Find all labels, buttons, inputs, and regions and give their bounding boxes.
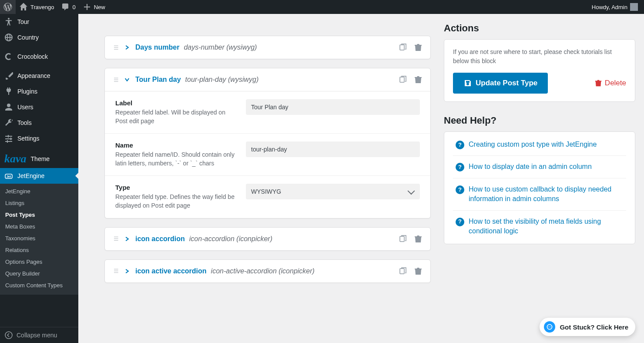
help-link[interactable]: ?How to use custom callback to display n… <box>453 178 626 211</box>
copy-icon[interactable] <box>398 267 407 276</box>
new-label: New <box>94 4 105 10</box>
sidebar-item-appearance[interactable]: Appearance <box>0 68 78 84</box>
field-title: icon accordion <box>135 235 185 243</box>
row-label: Type <box>115 184 237 191</box>
user-icon <box>4 103 13 111</box>
svg-point-10 <box>550 326 550 327</box>
help-section: Need Help? ?Creating custom post type wi… <box>444 115 635 244</box>
wp-logo-link[interactable] <box>0 0 16 14</box>
home-icon <box>19 3 28 11</box>
field-header[interactable]: ☰ Tour Plan day tour-plan-day (wysiwyg) <box>105 68 430 91</box>
trash-icon[interactable] <box>414 43 423 52</box>
trash-icon[interactable] <box>414 235 423 243</box>
svg-point-0 <box>8 18 10 20</box>
sidebar-item-tour[interactable]: Tour <box>0 14 78 30</box>
wrench-icon <box>4 118 13 127</box>
submenu-taxonomies[interactable]: Taxonomies <box>0 232 78 244</box>
sidebar-item-theme[interactable]: kava Theme <box>0 150 78 168</box>
brush-icon <box>4 71 13 80</box>
help-link-text: Creating custom post type with JetEngine <box>469 140 597 149</box>
sidebar-item-country[interactable]: Country <box>0 30 78 45</box>
trash-icon[interactable] <box>414 75 423 84</box>
jetengine-submenu: JetEngine Listings Post Types Meta Boxes… <box>0 184 78 295</box>
chat-icon <box>544 321 555 333</box>
sidebar-item-settings[interactable]: Settings <box>0 131 78 146</box>
site-link[interactable]: Travengo <box>16 0 57 14</box>
field-header[interactable]: ☰ icon accordion icon-accordion (iconpic… <box>105 228 430 250</box>
new-link[interactable]: New <box>79 0 109 14</box>
svg-point-9 <box>548 326 549 327</box>
accessibility-icon <box>4 17 13 26</box>
meta-field-icon-accordion: ☰ icon accordion icon-accordion (iconpic… <box>104 227 431 251</box>
submenu-listings[interactable]: Listings <box>0 197 78 209</box>
copy-icon[interactable] <box>398 235 407 243</box>
user-avatar-icon <box>630 3 638 11</box>
help-link[interactable]: ?How to display date in an admin column <box>453 156 626 178</box>
drag-handle-icon[interactable]: ☰ <box>113 44 120 51</box>
actions-note: If you are not sure where to start, plea… <box>453 47 626 66</box>
update-post-type-button[interactable]: Update Post Type <box>453 73 548 94</box>
question-icon: ? <box>456 141 464 149</box>
trash-icon <box>594 79 602 87</box>
field-header[interactable]: ☰ icon active accordion icon-active-acco… <box>105 260 430 282</box>
field-slug: icon-accordion (iconpicker) <box>189 235 272 243</box>
sidebar-item-crocoblock[interactable]: Crocoblock <box>0 49 78 64</box>
sliders-icon <box>4 134 13 143</box>
drag-handle-icon[interactable]: ☰ <box>113 268 120 274</box>
collapse-icon <box>4 331 13 340</box>
actions-title: Actions <box>444 23 635 34</box>
help-link[interactable]: ?How to set the visibility of meta field… <box>453 211 626 242</box>
admin-toolbar: Travengo 0 New Howdy, Admin <box>0 0 644 14</box>
account-link[interactable]: Howdy, Admin <box>588 0 641 14</box>
sidebar-item-users[interactable]: Users <box>0 99 78 115</box>
question-icon: ? <box>456 185 464 194</box>
name-input[interactable] <box>246 141 420 157</box>
comment-icon <box>61 3 70 11</box>
submenu-options-pages[interactable]: Options Pages <box>0 256 78 268</box>
sidebar-item-plugins[interactable]: Plugins <box>0 84 78 99</box>
kava-theme-icon: kava <box>4 153 27 165</box>
help-link-text: How to display date in an admin column <box>469 162 592 172</box>
update-label: Update Post Type <box>476 79 537 87</box>
meta-field-days-number: ☰ Days number days-number (wysiwyg) <box>104 36 431 59</box>
sidebar-item-label: JetEngine <box>17 172 44 179</box>
trash-icon[interactable] <box>414 267 423 276</box>
chevron-right-icon[interactable] <box>124 236 131 242</box>
field-header[interactable]: ☰ Days number days-number (wysiwyg) <box>105 36 430 59</box>
plug-icon <box>4 87 13 96</box>
drag-handle-icon[interactable]: ☰ <box>113 77 120 83</box>
sidebar-item-jetengine[interactable]: Jet JetEngine <box>0 168 78 184</box>
field-row-label: Label Repeater field label. Will be disp… <box>105 91 430 134</box>
comments-link[interactable]: 0 <box>57 0 79 14</box>
svg-point-11 <box>550 326 551 327</box>
collapse-menu-button[interactable]: Collapse menu <box>0 327 78 343</box>
help-bubble-text: Got Stuck? Click Here <box>560 323 628 331</box>
sidebar-item-tools[interactable]: Tools <box>0 115 78 131</box>
submenu-relations[interactable]: Relations <box>0 244 78 256</box>
row-label: Name <box>115 141 237 149</box>
copy-icon[interactable] <box>398 75 407 84</box>
chevron-right-icon[interactable] <box>124 268 131 274</box>
svg-point-3 <box>5 332 12 339</box>
sidebar-item-label: Users <box>17 104 34 111</box>
drag-handle-icon[interactable]: ☰ <box>113 235 120 242</box>
field-title: Days number <box>135 44 179 51</box>
type-select[interactable]: WYSIWYG <box>246 184 420 199</box>
chevron-right-icon[interactable] <box>124 44 131 50</box>
field-slug: tour-plan-day (wysiwyg) <box>185 76 259 84</box>
copy-icon[interactable] <box>398 43 407 52</box>
svg-rect-4 <box>400 45 404 50</box>
delete-button[interactable]: Delete <box>594 79 626 87</box>
chevron-down-icon[interactable] <box>124 77 131 83</box>
help-bubble-button[interactable]: Got Stuck? Click Here <box>540 318 635 336</box>
submenu-jetengine[interactable]: JetEngine <box>0 185 78 197</box>
submenu-post-types[interactable]: Post Types <box>0 209 78 221</box>
submenu-meta-boxes[interactable]: Meta Boxes <box>0 221 78 232</box>
submenu-query-builder[interactable]: Query Builder <box>0 268 78 279</box>
submenu-custom-content-types[interactable]: Custom Content Types <box>0 279 78 291</box>
field-slug: icon-active-accordion (iconpicker) <box>211 267 315 275</box>
help-link-text: How to set the visibility of meta fields… <box>469 217 624 236</box>
help-link[interactable]: ?Creating custom post type with JetEngin… <box>453 134 626 156</box>
row-label: Label <box>115 99 237 107</box>
label-input[interactable] <box>246 99 420 115</box>
